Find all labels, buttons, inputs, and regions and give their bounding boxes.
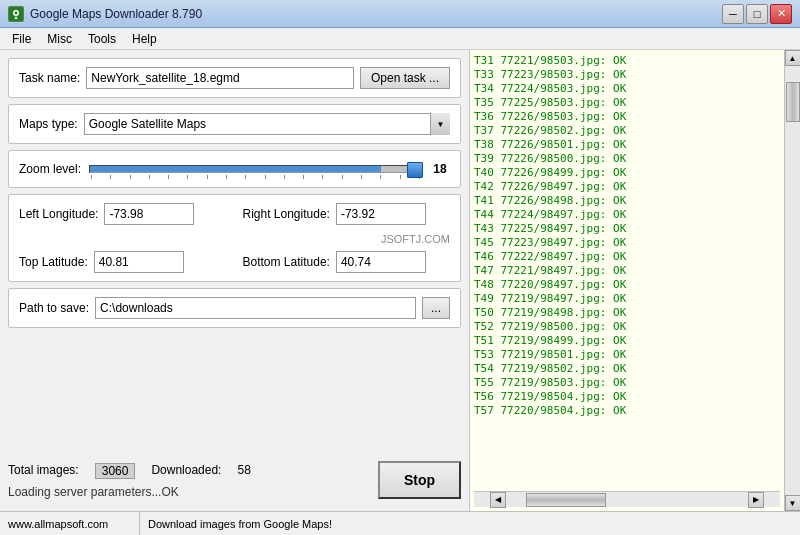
vertical-scroll-thumb[interactable] — [786, 82, 800, 122]
left-longitude-row: Left Longitude: — [19, 203, 227, 225]
scroll-down-arrow[interactable]: ▼ — [785, 495, 801, 511]
log-line: T35 77225/98503.jpg: OK — [474, 96, 780, 110]
left-longitude-label: Left Longitude: — [19, 207, 98, 221]
task-name-label: Task name: — [19, 71, 80, 85]
log-line: T55 77219/98503.jpg: OK — [474, 376, 780, 390]
log-line: T33 77223/98503.jpg: OK — [474, 68, 780, 82]
log-line: T51 77219/98499.jpg: OK — [474, 334, 780, 348]
top-latitude-input[interactable] — [94, 251, 184, 273]
left-panel: Task name: Open task ... Maps type: Goog… — [0, 50, 470, 511]
left-longitude-input[interactable] — [104, 203, 194, 225]
right-longitude-label: Right Longitude: — [243, 207, 330, 221]
log-line: T41 77226/98498.jpg: OK — [474, 194, 780, 208]
horizontal-scrollbar[interactable]: ◀ ▶ — [474, 491, 780, 507]
log-line: T39 77226/98500.jpg: OK — [474, 152, 780, 166]
bottom-latitude-input[interactable] — [336, 251, 426, 273]
log-line: T48 77220/98497.jpg: OK — [474, 278, 780, 292]
path-input[interactable] — [95, 297, 416, 319]
log-line: T47 77221/98497.jpg: OK — [474, 264, 780, 278]
zoom-ticks — [89, 175, 422, 179]
stop-button[interactable]: Stop — [378, 461, 461, 499]
close-button[interactable]: ✕ — [770, 4, 792, 24]
total-images-label: Total images: — [8, 463, 79, 479]
status-message: Download images from Google Maps! — [140, 518, 340, 530]
main-container: Task name: Open task ... Maps type: Goog… — [0, 50, 800, 511]
log-line: T49 77219/98497.jpg: OK — [474, 292, 780, 306]
zoom-value: 18 — [430, 162, 450, 176]
top-latitude-row: Top Latitude: — [19, 251, 227, 273]
log-line: T52 77219/98500.jpg: OK — [474, 320, 780, 334]
bottom-latitude-row: Bottom Latitude: — [243, 251, 451, 273]
downloaded-label: Downloaded: — [151, 463, 221, 479]
scroll-left-arrow[interactable]: ◀ — [490, 492, 506, 508]
zoom-slider-container — [89, 159, 422, 179]
log-line: T40 77226/98499.jpg: OK — [474, 166, 780, 180]
path-section: Path to save: ... — [8, 288, 461, 328]
log-area: T31 77221/98503.jpg: OKT33 77223/98503.j… — [474, 54, 780, 491]
log-line: T31 77221/98503.jpg: OK — [474, 54, 780, 68]
title-bar: Google Maps Downloader 8.790 ─ □ ✕ — [0, 0, 800, 28]
maximize-button[interactable]: □ — [746, 4, 768, 24]
zoom-section: Zoom level: — [8, 150, 461, 188]
log-line: T36 77226/98503.jpg: OK — [474, 110, 780, 124]
zoom-fill — [90, 166, 381, 172]
menu-tools[interactable]: Tools — [80, 30, 124, 48]
path-label: Path to save: — [19, 301, 89, 315]
menu-misc[interactable]: Misc — [39, 30, 80, 48]
menu-file[interactable]: File — [4, 30, 39, 48]
log-line: T44 77224/98497.jpg: OK — [474, 208, 780, 222]
log-line: T53 77219/98501.jpg: OK — [474, 348, 780, 362]
zoom-level-label: Zoom level: — [19, 162, 81, 176]
right-longitude-row: Right Longitude: — [243, 203, 451, 225]
log-panel: T31 77221/98503.jpg: OKT33 77223/98503.j… — [470, 50, 784, 511]
task-name-input[interactable] — [86, 67, 354, 89]
horizontal-scroll-thumb[interactable] — [526, 493, 606, 507]
open-task-button[interactable]: Open task ... — [360, 67, 450, 89]
maps-type-select[interactable]: Google Satellite MapsGoogle MapsGoogle T… — [84, 113, 450, 135]
window-controls: ─ □ ✕ — [722, 4, 792, 24]
svg-point-2 — [15, 11, 18, 14]
top-latitude-label: Top Latitude: — [19, 255, 88, 269]
downloaded-value: 58 — [237, 463, 250, 479]
scroll-up-arrow[interactable]: ▲ — [785, 50, 801, 66]
right-longitude-input[interactable] — [336, 203, 426, 225]
menu-help[interactable]: Help — [124, 30, 165, 48]
app-title: Google Maps Downloader 8.790 — [30, 7, 722, 21]
log-line: T56 77219/98504.jpg: OK — [474, 390, 780, 404]
scroll-right-arrow[interactable]: ▶ — [748, 492, 764, 508]
log-line: T50 77219/98498.jpg: OK — [474, 306, 780, 320]
log-line: T57 77220/98504.jpg: OK — [474, 404, 780, 418]
watermark: JSOFTJ.COM — [243, 231, 451, 245]
maps-type-combo-wrapper: Google Satellite MapsGoogle MapsGoogle T… — [84, 113, 450, 135]
browse-button[interactable]: ... — [422, 297, 450, 319]
coordinates-section: Left Longitude: Right Longitude: JSOFTJ.… — [8, 194, 461, 282]
log-line: T37 77226/98502.jpg: OK — [474, 124, 780, 138]
bottom-latitude-label: Bottom Latitude: — [243, 255, 330, 269]
status-bar: www.allmapsoft.com Download images from … — [0, 511, 800, 535]
log-line: T42 77226/98497.jpg: OK — [474, 180, 780, 194]
vertical-scrollbar: ▲ ▼ — [784, 50, 800, 511]
minimize-button[interactable]: ─ — [722, 4, 744, 24]
zoom-thumb[interactable] — [407, 162, 423, 178]
task-section: Task name: Open task ... — [8, 58, 461, 98]
menu-bar: File Misc Tools Help — [0, 28, 800, 50]
log-line: T34 77224/98503.jpg: OK — [474, 82, 780, 96]
status-line: Loading server parameters...OK — [8, 485, 179, 499]
log-line: T46 77222/98497.jpg: OK — [474, 250, 780, 264]
maps-type-label: Maps type: — [19, 117, 78, 131]
log-line: T45 77223/98497.jpg: OK — [474, 236, 780, 250]
log-line: T54 77219/98502.jpg: OK — [474, 362, 780, 376]
right-panel: T31 77221/98503.jpg: OKT33 77223/98503.j… — [470, 50, 800, 511]
total-images-value: 3060 — [95, 463, 136, 479]
maps-type-section: Maps type: Google Satellite MapsGoogle M… — [8, 104, 461, 144]
zoom-track — [89, 165, 422, 173]
app-icon — [8, 6, 24, 22]
status-website: www.allmapsoft.com — [0, 512, 140, 535]
log-line: T43 77225/98497.jpg: OK — [474, 222, 780, 236]
log-line: T38 77226/98501.jpg: OK — [474, 138, 780, 152]
